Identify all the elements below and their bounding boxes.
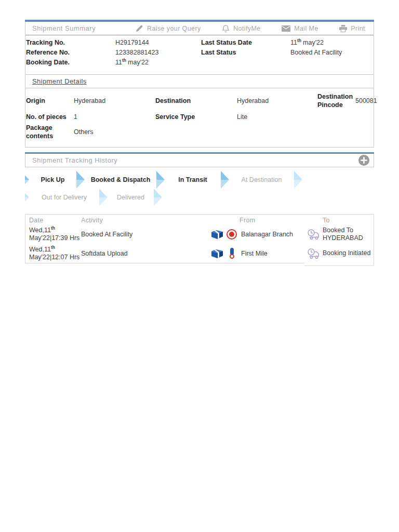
from-location: Balanagar Branch	[241, 231, 293, 238]
package-icon	[211, 248, 223, 259]
step-pick-up: Pick Up	[41, 176, 65, 183]
raise-query-label: Raise your Query	[147, 25, 201, 32]
steps-row-2: Out for Delivery Delivered	[25, 189, 374, 206]
to-status: Booking Initiated	[323, 249, 370, 257]
cell-from: Balanagar Branch	[211, 224, 307, 244]
package-icon	[211, 229, 223, 240]
last-status-date-value: 11thmay'22	[290, 38, 374, 48]
chevron-icon	[99, 189, 108, 206]
summary-header: Shipment Summary Raise your Query Notify…	[25, 22, 374, 35]
chevron-icon	[221, 171, 229, 189]
chevron-icon	[76, 171, 85, 189]
last-status-label: Last Status	[201, 48, 290, 58]
cell-to: Booked To HYDERABAD	[307, 224, 374, 244]
step-delivered: Delivered	[117, 194, 144, 201]
expand-button[interactable]	[358, 155, 369, 166]
plus-icon	[358, 158, 369, 167]
cell-activity: Softdata Upload	[81, 244, 211, 263]
chevron-icon	[156, 171, 165, 189]
tracking-history-section: Shipment Tracking History Pick Up Booked…	[25, 152, 374, 263]
steps-row-1: Pick Up Booked & Dispatch In Transit At …	[25, 171, 374, 189]
red-target-icon	[226, 229, 237, 240]
reference-no-value: 123382881423	[115, 48, 201, 58]
summary-title: Shipment Summary	[25, 24, 129, 32]
print-button[interactable]: Print	[339, 25, 365, 32]
tracking-no-label: Tracking No.	[26, 38, 115, 48]
notify-me-label: NotifyMe	[233, 25, 261, 32]
pieces-label: No. of pieces	[26, 111, 74, 123]
origin-value: Hyderabad	[74, 91, 155, 111]
column-header-from: From	[211, 215, 307, 224]
tracking-history-table: Date Activity From To Wed,11th May'22|17…	[25, 214, 374, 263]
shipment-details-title[interactable]: Shipment Details	[32, 77, 87, 85]
summary-fields: Tracking No. H29179144 Last Status Date …	[25, 35, 374, 74]
truck-clock-icon	[307, 248, 321, 259]
table-header: Date Activity From To	[25, 215, 374, 224]
chevron-icon	[154, 189, 162, 206]
print-icon	[339, 25, 347, 32]
mail-icon	[282, 25, 290, 32]
destination-value: Hyderabad	[237, 91, 317, 111]
pieces-value: 1	[74, 111, 155, 123]
cell-from: First Mile	[211, 244, 307, 263]
last-status-date-label: Last Status Date	[201, 38, 290, 48]
blue-pin-icon	[226, 248, 237, 259]
to-status: Booked To HYDERABAD	[323, 227, 363, 242]
pencil-icon	[136, 24, 143, 32]
chevron-icon	[25, 171, 29, 189]
shipment-details-header: Shipment Details	[25, 74, 374, 88]
package-contents-value: Others	[74, 123, 155, 141]
shipment-summary-panel: Shipment Summary Raise your Query Notify…	[25, 20, 374, 148]
column-header-activity: Activity	[81, 215, 211, 224]
mail-me-label: Mail Me	[294, 25, 318, 32]
tracking-history-header: Shipment Tracking History	[25, 154, 374, 167]
column-header-date: Date	[25, 215, 81, 224]
step-in-transit: In Transit	[178, 176, 207, 183]
to-column-extension	[304, 263, 374, 266]
raise-query-button[interactable]: Raise your Query	[136, 24, 201, 32]
column-header-to: To	[307, 215, 374, 224]
package-contents-label: Package contents	[26, 123, 74, 141]
destination-pincode-label: Destination Pincode	[317, 91, 355, 111]
summary-actions: Raise your Query NotifyMe Mail Me	[129, 24, 374, 33]
from-location: First Mile	[241, 250, 268, 257]
page-content: Shipment Summary Raise your Query Notify…	[25, 20, 374, 263]
tracking-no-value: H29179144	[115, 38, 201, 48]
truck-clock-icon	[307, 229, 321, 240]
service-type-label: Service Type	[155, 111, 237, 123]
table-row: Wed,11th May'22|12:07 Hrs Softdata Uploa…	[25, 244, 374, 263]
cell-date: Wed,11th May'22|12:07 Hrs	[25, 244, 81, 263]
chevron-icon	[294, 171, 302, 189]
mail-me-button[interactable]: Mail Me	[282, 25, 318, 32]
table-row: Wed,11th May'22|17:39 Hrs Booked At Faci…	[25, 224, 374, 244]
cell-activity: Booked At Facility	[81, 224, 211, 244]
bell-icon	[222, 24, 230, 33]
reference-no-label: Reference No.	[26, 48, 115, 58]
cell-date: Wed,11th May'22|17:39 Hrs	[25, 224, 81, 244]
table-bottom-border	[25, 263, 305, 263]
notify-me-button[interactable]: NotifyMe	[222, 24, 261, 33]
service-type-value: Lite	[237, 111, 317, 123]
chevron-icon	[25, 189, 29, 206]
tracking-history-title: Shipment Tracking History	[25, 156, 358, 164]
destination-pincode-value: 500081	[355, 91, 377, 111]
print-label: Print	[351, 25, 365, 32]
step-out-for-delivery: Out for Delivery	[42, 194, 87, 201]
shipment-details-fields: Origin Hyderabad Destination Hyderabad D…	[25, 88, 374, 147]
step-at-destination: At Destination	[242, 176, 282, 183]
booking-date-value: 11thmay'22	[115, 58, 201, 68]
last-status-value: Booked At Facility	[290, 48, 374, 58]
step-booked-dispatch: Booked & Dispatch	[91, 176, 151, 183]
booking-date-label: Booking Date.	[26, 58, 115, 68]
origin-label: Origin	[26, 91, 74, 111]
destination-label: Destination	[155, 91, 237, 111]
progress-steps: Pick Up Booked & Dispatch In Transit At …	[25, 171, 374, 206]
cell-to: Booking Initiated	[307, 244, 374, 263]
